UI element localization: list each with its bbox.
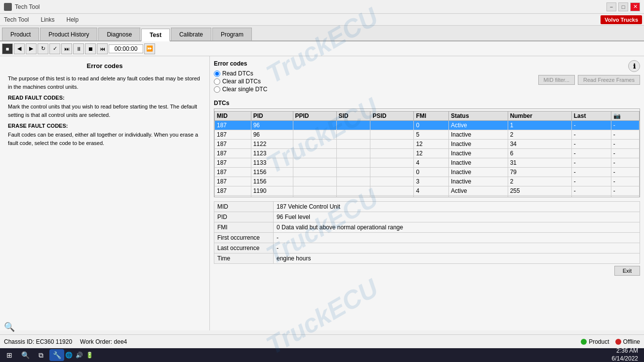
minimize-button[interactable]: −: [606, 2, 616, 11]
work-order: Work Order: dee4: [80, 338, 127, 345]
statusbar: Chassis ID: EC360 11920 Work Order: dee4…: [0, 334, 644, 348]
error-codes-label: Error codes: [214, 60, 247, 67]
product-status: Product: [581, 338, 609, 345]
search-taskbar[interactable]: 🔍: [18, 349, 33, 361]
detail-row: PID96 Fuel level: [214, 212, 640, 222]
navtabs: Product Product History Diagnose Test Ca…: [0, 26, 644, 41]
col-fmi: FMI: [414, 111, 449, 121]
table-row[interactable]: 187112312Inactive6--: [215, 149, 640, 158]
radio-clear-all[interactable]: Clear all DTCs: [214, 78, 267, 85]
col-pid: PID: [251, 111, 293, 121]
menubar: Tech Tool Links Help Volvo Trucks: [0, 14, 644, 26]
info-button[interactable]: ℹ: [628, 60, 640, 72]
close-button[interactable]: ✕: [630, 2, 640, 11]
table-row[interactable]: 187112212Inactive34--: [215, 140, 640, 149]
erase-title: ERASE FAULT CODES:: [8, 123, 201, 129]
exit-button[interactable]: Exit: [614, 266, 640, 276]
detail-row: FMI0 Data valid but above normal operati…: [214, 222, 640, 233]
menu-links[interactable]: Links: [39, 15, 56, 24]
step-forward-button[interactable]: ⏭: [61, 43, 72, 54]
table-row[interactable]: 18711334Inactive31--: [215, 158, 640, 168]
play-button[interactable]: ▶: [26, 43, 37, 54]
back-button[interactable]: ◀: [14, 43, 25, 54]
dtcs-header: DTCs: [214, 100, 640, 107]
offline-dot: [615, 339, 621, 345]
app-icon-taskbar[interactable]: 🔧: [49, 349, 64, 361]
col-psid: PSID: [370, 111, 414, 121]
offline-label: Offline: [623, 338, 640, 345]
detail-row: First occurrence-: [214, 233, 640, 243]
tab-test[interactable]: Test: [141, 29, 170, 41]
titlebar: Tech Tool − □ ✕: [0, 0, 644, 14]
app-icon: [4, 3, 12, 11]
detail-row: Last occurrence-: [214, 243, 640, 253]
read-desc: Mark the control units that you wish to …: [8, 103, 201, 119]
product-label: Product: [589, 338, 609, 345]
tab-product[interactable]: Product: [2, 28, 39, 40]
mid-filter-button[interactable]: MID filter...: [538, 75, 575, 85]
fast-forward-button[interactable]: ⏩: [144, 43, 155, 54]
detail-row: Timeengine hours: [214, 253, 640, 264]
taskbar: ⊞ 🔍 ⧉ 🔧 🌐 🔊 🔋 2:36 AM 6/14/2022: [0, 348, 644, 362]
table-row[interactable]: 18711904Active255--: [215, 186, 640, 196]
radio-group: Read DTCs Clear all DTCs Clear single DT…: [214, 70, 267, 93]
left-panel: Error codes The purpose of this test is …: [0, 56, 210, 330]
right-panel: Error codes Read DTCs Clear all DTCs Cle…: [210, 56, 644, 330]
radio-clear-single[interactable]: Clear single DTC: [214, 86, 267, 93]
chassis-id: Chassis ID: EC360 11920: [4, 338, 72, 345]
tab-program[interactable]: Program: [212, 28, 252, 40]
col-status: Status: [448, 111, 508, 121]
col-last: Last: [571, 111, 611, 121]
radio-read-dtcs[interactable]: Read DTCs: [214, 70, 267, 77]
skip-back-button[interactable]: ⏮: [97, 43, 108, 54]
toolbar: ■ ◀ ▶ ↻ ✓ ⏭ ⏸ ⏹ ⏮ 00:00:00 ⏩: [0, 41, 644, 56]
left-panel-desc1: The purpose of this test is to read and …: [8, 74, 201, 91]
col-ppid: PPID: [293, 111, 336, 121]
statusbar-right: Product Offline: [581, 338, 640, 345]
volume-icon: 🔊: [76, 352, 83, 359]
read-title: READ FAULT CODES:: [8, 95, 201, 101]
col-number: Number: [508, 111, 571, 121]
clock-date: 6/14/2022: [612, 355, 638, 362]
tab-product-history[interactable]: Product History: [40, 28, 97, 40]
tab-calibrate[interactable]: Calibrate: [171, 28, 211, 40]
dtc-table: MID PID PPID SID PSID FMI Status Number …: [214, 111, 640, 197]
menu-techtool[interactable]: Tech Tool: [2, 15, 31, 24]
table-row[interactable]: 18711905Inactive255--: [215, 196, 640, 198]
detail-row: MID187 Vehicle Control Unit: [214, 202, 640, 212]
col-cam: 📷: [611, 111, 639, 121]
table-row[interactable]: 18711563Inactive2--: [215, 177, 640, 186]
tab-diagnose[interactable]: Diagnose: [98, 28, 140, 40]
pause-button[interactable]: ⏸: [73, 43, 84, 54]
zoom-icon[interactable]: 🔍: [4, 322, 15, 330]
app-title: Tech Tool: [15, 3, 40, 10]
table-row[interactable]: 18711560Inactive79--: [215, 168, 640, 177]
product-dot: [581, 339, 587, 345]
clock-time: 2:36 AM: [612, 347, 638, 355]
network-icon: 🌐: [65, 352, 73, 359]
dtc-table-container[interactable]: MID PID PPID SID PSID FMI Status Number …: [214, 109, 640, 197]
col-mid: MID: [215, 111, 251, 121]
stop2-button[interactable]: ⏹: [85, 43, 96, 54]
restore-button[interactable]: □: [618, 2, 628, 11]
refresh-button[interactable]: ↻: [38, 43, 48, 54]
start-button[interactable]: ⊞: [2, 349, 17, 361]
taskbar-time: 2:36 AM 6/14/2022: [612, 347, 642, 362]
menu-help[interactable]: Help: [65, 15, 81, 24]
main-content: Error codes The purpose of this test is …: [0, 56, 644, 330]
table-row[interactable]: 187960Active1--: [215, 121, 640, 130]
sys-tray: 🌐 🔊 🔋: [65, 352, 93, 359]
task-view[interactable]: ⧉: [34, 349, 48, 361]
exit-btn-row: Exit: [214, 264, 640, 278]
offline-status: Offline: [615, 338, 640, 345]
table-row[interactable]: 187965Inactive2--: [215, 130, 640, 140]
detail-table: MID187 Vehicle Control UnitPID96 Fuel le…: [214, 201, 640, 264]
read-freeze-button[interactable]: Read Freeze Frames: [578, 75, 640, 85]
stop-button[interactable]: ■: [2, 43, 13, 54]
col-sid: SID: [336, 111, 370, 121]
erase-desc: Fault codes can be erased, either all to…: [8, 131, 201, 147]
check-button[interactable]: ✓: [49, 43, 60, 54]
battery-icon: 🔋: [86, 352, 93, 359]
time-display: 00:00:00: [109, 44, 143, 53]
volvo-badge: Volvo Trucks: [601, 15, 642, 24]
